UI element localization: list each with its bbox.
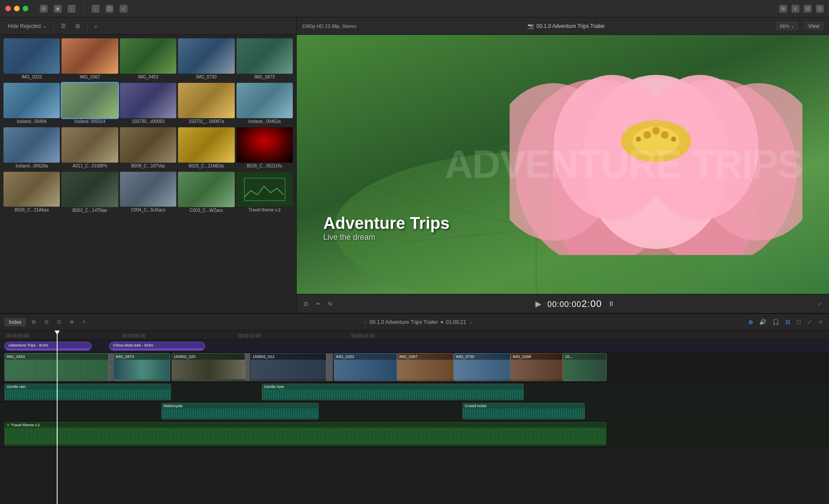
toolbar-right: ⊞ ≡ ⊟ ⊡ — [779, 5, 824, 13]
media-item-iceland620[interactable]: Iceland...00620a — [3, 127, 60, 170]
music-clip-2[interactable]: China Moto-trek - Echo — [109, 342, 205, 351]
project-title-tl: 00.1.0 Adventure Trips Trailer — [370, 319, 438, 325]
preview-canvas[interactable]: ADVENTURE TRIPS Adventure Trips Live the… — [297, 35, 829, 294]
clip-img0322[interactable]: IMG_0322 — [334, 353, 397, 381]
tl-zoom-minus[interactable]: ⊕ — [747, 318, 755, 326]
clip-img0873[interactable]: IMG_0873 — [113, 353, 170, 381]
tl-cursor-btn[interactable]: ↖ — [80, 318, 89, 326]
tl-prev-btn[interactable]: ‹ — [364, 319, 366, 326]
pause-btn[interactable]: ⏸ — [606, 298, 617, 310]
media-item-b026[interactable]: B026_C...0521IXs — [236, 127, 293, 170]
media-label-img0873: IMG_0873 — [236, 74, 293, 81]
list-view-btn[interactable]: ☰ — [58, 22, 69, 31]
share-icon[interactable]: ↑ — [68, 5, 75, 13]
tl-clip-btn[interactable]: ⊞ — [29, 318, 38, 326]
media-item-img0322[interactable]: IMG_0322 — [3, 38, 60, 81]
transition-2[interactable]: ▶ — [245, 353, 250, 381]
tl-audio-btn[interactable]: 🔊 — [757, 318, 768, 326]
media-item-t150731[interactable]: 150731_...00087a — [178, 83, 234, 126]
media-item-img0367[interactable]: IMG_0367 — [62, 38, 118, 81]
grid-icon[interactable]: ⊞ — [779, 5, 787, 13]
search-btn[interactable]: ⌕ — [92, 22, 100, 31]
camera-icon[interactable]: ◉ — [54, 5, 62, 13]
playhead[interactable] — [57, 330, 58, 504]
view-button[interactable]: View — [804, 22, 824, 31]
audio-motorcycle[interactable]: Motorcycle — [161, 403, 319, 419]
media-item-img0873[interactable]: IMG_0873 — [236, 38, 293, 81]
tl-close-btn[interactable]: ✕ — [816, 318, 825, 326]
zoom-control[interactable]: 66% ⌄ — [776, 22, 798, 30]
play-button[interactable]: ▶ — [534, 297, 543, 310]
download-icon[interactable]: ↓ — [92, 5, 99, 13]
fullscreen-btn[interactable]: ⤢ — [816, 299, 824, 309]
clip-img0873-label: IMG_0873 — [114, 354, 170, 360]
traffic-lights: ✕ − + — [5, 6, 28, 11]
tl-list-btn[interactable]: ⊟ — [42, 318, 51, 326]
media-item-travel[interactable]: Travel theme v.2 — [236, 172, 293, 215]
index-button[interactable]: Index — [4, 318, 26, 327]
media-item-iceland494[interactable]: Iceland...00494 — [3, 83, 60, 126]
media-thumb-b009 — [120, 127, 176, 163]
media-item-b002[interactable]: B002_C...14TNas — [62, 172, 118, 215]
minimize-button[interactable]: − — [14, 6, 20, 11]
tl-options-btn[interactable]: ⊡ — [55, 318, 64, 326]
key-icon[interactable]: ⚿ — [106, 5, 113, 13]
chevron-down-tl: ▾ — [441, 319, 443, 325]
audio-travel-theme[interactable]: ⊕ Travel theme v.2 — [4, 422, 606, 446]
media-thumb-iceland620 — [3, 127, 60, 163]
media-item-c004[interactable]: C004_C...5U6acs — [120, 172, 176, 215]
clip-extra[interactable]: 15... — [563, 353, 606, 381]
media-item-b025[interactable]: B025_C...21MEbs — [178, 127, 234, 170]
audio-gentle-rain[interactable]: Gentle rain — [4, 384, 171, 400]
clip-img0298[interactable]: IMG_0298 — [510, 353, 563, 381]
library-icon[interactable]: ⊞ — [40, 5, 48, 13]
media-thumb-travel — [236, 172, 293, 207]
music-clip-1[interactable]: Adventure Trips - Echo — [4, 342, 92, 351]
svg-point-21 — [671, 136, 676, 142]
media-thumb-img0730 — [178, 38, 234, 74]
tl-more-btn[interactable]: ⊗ — [67, 318, 76, 326]
rotate-btn[interactable]: ↻ — [326, 299, 334, 309]
clip-img0367[interactable]: IMG_0367 — [397, 353, 454, 381]
timeline-timecode: 01:00:21 — [446, 319, 466, 325]
check-icon[interactable]: ✓ — [120, 5, 127, 13]
tl-next-btn[interactable]: › — [469, 319, 472, 326]
maximize-button[interactable]: + — [23, 6, 28, 11]
sliders-icon[interactable]: ⊟ — [804, 5, 812, 13]
media-thumb-c004 — [120, 172, 176, 207]
clip-150802-020[interactable]: 150802_020 — [171, 353, 246, 381]
audio-gentle-river[interactable]: Gentle river — [262, 384, 524, 400]
filmstrip-view-btn[interactable]: ⊟ — [73, 22, 82, 31]
close-button[interactable]: ✕ — [5, 6, 11, 11]
timeline-content[interactable]: 00:00:00:00 00:00:05:00 00:00:10:00 00:0… — [0, 330, 829, 504]
filter-button[interactable]: Hide Rejected ⌄ — [5, 22, 49, 31]
preview-options-btn[interactable]: ⊡ — [302, 299, 310, 309]
lotus-svg — [510, 48, 802, 255]
tl-settings-btn[interactable]: ⊡ — [795, 318, 803, 326]
trim-btn[interactable]: ✂ — [314, 299, 322, 309]
list-icon[interactable]: ≡ — [791, 5, 799, 13]
tl-fullscreen-btn[interactable]: ⤢ — [805, 318, 814, 326]
clip-img0730[interactable]: IMG_0730 — [454, 353, 510, 381]
media-item-iceland314[interactable]: Iceland .000314 — [62, 83, 118, 126]
media-item-b028[interactable]: B028_C...21A6as — [3, 172, 60, 215]
preview-toolbar: 1080p HD 23.98p, Stereo 📷 00.1.0 Adventu… — [297, 17, 829, 35]
media-item-img0453[interactable]: IMG_0453 — [120, 38, 176, 81]
media-item-c003[interactable]: C003_C...WZacs — [178, 172, 234, 215]
tl-zoom-plus[interactable]: ⊟ — [784, 318, 792, 326]
transition-3[interactable]: ⊟ — [326, 353, 333, 381]
tl-headphone-btn[interactable]: 🎧 — [771, 318, 781, 326]
media-item-b009[interactable]: B009_C...187Vas — [120, 127, 176, 170]
transition-icon-3: ⊟ — [328, 365, 331, 369]
inspector-icon[interactable]: ⊡ — [816, 5, 824, 13]
media-item-img0730[interactable]: IMG_0730 — [178, 38, 234, 81]
clip-extra-label: 15... — [563, 354, 606, 360]
clip-150802-012[interactable]: 150802_012 — [250, 353, 327, 381]
transition-1[interactable]: ▶ — [108, 353, 113, 381]
media-item-t150730[interactable]: 150730...v00083 — [120, 83, 176, 126]
media-item-iceland462[interactable]: Iceland...00462a — [236, 83, 293, 126]
media-browser-panel: Hide Rejected ⌄ ☰ ⊟ ⌕ IMG_0322IMG_0367IM… — [0, 17, 297, 313]
resolution-label: 1080p HD 23.98p, Stereo — [302, 24, 356, 29]
audio-crowd[interactable]: Crowd noise — [462, 403, 585, 419]
media-item-a011[interactable]: A011_C...516BPs — [62, 127, 118, 170]
